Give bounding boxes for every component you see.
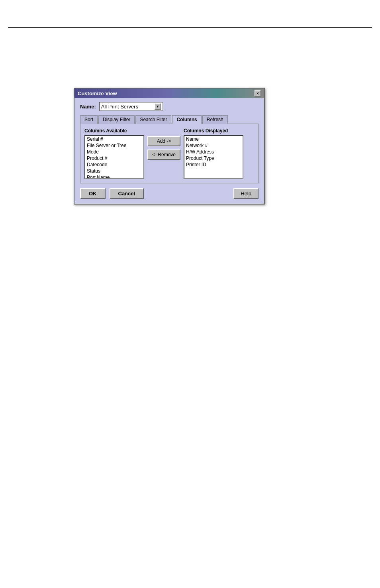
name-row: Name: All Print Servers ▼ — [80, 102, 259, 111]
dropdown-arrow-icon[interactable]: ▼ — [155, 103, 161, 110]
tab-sort[interactable]: Sort — [80, 115, 98, 124]
list-item[interactable]: File Server or Tree — [85, 142, 143, 149]
tab-columns[interactable]: Columns — [172, 115, 201, 124]
dialog-title: Customize View — [78, 90, 117, 96]
list-item[interactable]: Printer ID — [184, 161, 243, 168]
page-divider — [8, 27, 372, 28]
footer-row: OK Cancel Help — [80, 188, 259, 199]
dialog-wrapper: Customize View × Name: All Print Servers… — [74, 88, 265, 205]
list-item[interactable]: Port Name — [85, 174, 143, 179]
columns-displayed-section: Columns Displayed Name Network # H/W Add… — [184, 128, 243, 179]
ok-button[interactable]: OK — [80, 188, 106, 199]
tab-display-filter[interactable]: Display Filter — [98, 115, 135, 124]
name-dropdown[interactable]: All Print Servers ▼ — [99, 102, 163, 111]
columns-available-section: Columns Available Serial # File Server o… — [84, 128, 144, 179]
tab-search-filter[interactable]: Search Filter — [135, 115, 171, 124]
cancel-button[interactable]: Cancel — [110, 188, 144, 199]
tab-content-columns: Columns Available Serial # File Server o… — [80, 124, 259, 183]
columns-displayed-title: Columns Displayed — [184, 128, 243, 134]
close-button[interactable]: × — [255, 90, 261, 96]
list-item[interactable]: H/W Address — [184, 149, 243, 155]
columns-available-title: Columns Available — [84, 128, 144, 134]
list-item[interactable]: Network # — [184, 142, 243, 149]
name-dropdown-value: All Print Servers — [101, 104, 153, 110]
dialog-titlebar: Customize View × — [74, 88, 264, 98]
remove-button[interactable]: <- Remove — [147, 149, 180, 160]
list-item[interactable]: Datecode — [85, 161, 143, 168]
list-item[interactable]: Product Type — [184, 155, 243, 161]
help-button[interactable]: Help — [233, 188, 259, 199]
columns-displayed-listbox[interactable]: Name Network # H/W Address Product Type … — [184, 135, 243, 179]
list-item[interactable]: Serial # — [85, 136, 143, 142]
list-item[interactable]: Status — [85, 168, 143, 174]
help-label: Help — [241, 191, 251, 197]
dialog-body: Name: All Print Servers ▼ Sort Display F… — [74, 98, 264, 204]
customize-view-dialog: Customize View × Name: All Print Servers… — [74, 88, 265, 205]
tabs-row: Sort Display Filter Search Filter Column… — [80, 115, 259, 124]
middle-buttons: Add -> <- Remove — [147, 136, 180, 160]
name-label: Name: — [80, 104, 96, 110]
tab-refresh[interactable]: Refresh — [202, 115, 228, 124]
columns-available-listbox[interactable]: Serial # File Server or Tree Mode Produc… — [84, 135, 144, 179]
add-button[interactable]: Add -> — [147, 136, 180, 146]
list-item[interactable]: Name — [184, 136, 243, 142]
list-item[interactable]: Product # — [85, 155, 143, 161]
columns-area: Columns Available Serial # File Server o… — [84, 128, 254, 179]
list-item[interactable]: Mode — [85, 149, 143, 155]
